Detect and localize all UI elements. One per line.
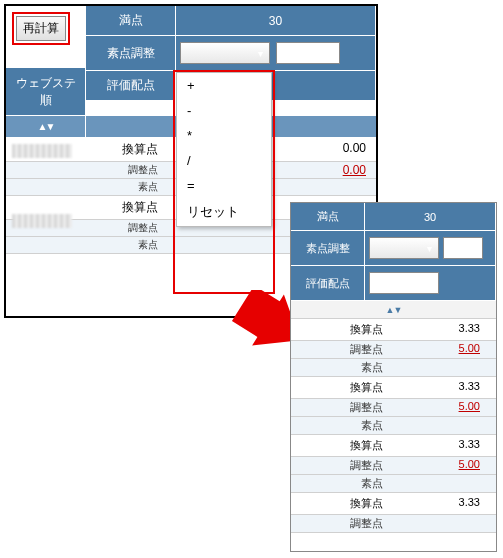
adjust-operator-select[interactable]: ▾	[180, 42, 270, 64]
redacted-name	[12, 144, 72, 158]
chosei-label: 調整点	[291, 515, 391, 532]
kansan-label: 換算点	[291, 493, 391, 514]
kansan-label: 換算点	[291, 319, 391, 340]
kansan-value: 3.33	[391, 493, 496, 514]
dropdown-option-times[interactable]: *	[177, 123, 271, 148]
front-header-adjust: 素点調整 ▾	[291, 231, 496, 266]
redacted-name	[12, 214, 72, 228]
chevron-down-icon: ▾	[258, 48, 263, 59]
front-header-dist: 評価配点 20.00	[291, 266, 496, 301]
front-panel: 満点 30 素点調整 ▾ 評価配点 20.00 ▲▼ 換算点3.33 調整点5.…	[290, 202, 497, 552]
kansan-value: 3.33	[391, 435, 496, 456]
kansan-label: 換算点	[291, 435, 391, 456]
dist-value-input[interactable]: 20.00	[369, 272, 439, 294]
chevron-down-icon: ▾	[427, 243, 432, 254]
soten-label: 素点	[291, 359, 391, 376]
adjust-label: 素点調整	[86, 36, 176, 71]
adjust-operator-select[interactable]: ▾	[369, 237, 439, 259]
chosei-label: 調整点	[291, 341, 391, 358]
dropdown-option-reset[interactable]: リセット	[177, 198, 271, 226]
dropdown-option-plus[interactable]: +	[177, 73, 271, 98]
soten-label: 素点	[291, 417, 391, 434]
kansan-label: 換算点	[291, 377, 391, 398]
kansan-value: 3.33	[391, 377, 496, 398]
header-row-adjust: 素点調整 ▾ 5	[86, 36, 376, 71]
dropdown-option-equals[interactable]: =	[177, 173, 271, 198]
chosei-value[interactable]: 5.00	[391, 341, 496, 358]
sort-icon: ▲▼	[386, 305, 402, 315]
soten-label: 素点	[6, 179, 166, 195]
front-header-max: 満点 30	[291, 203, 496, 231]
dropdown-option-divide[interactable]: /	[177, 148, 271, 173]
max-label: 満点	[86, 6, 176, 36]
chosei-value[interactable]: 5.00	[391, 457, 496, 474]
adjust-label: 素点調整	[291, 231, 365, 266]
max-value: 30	[176, 6, 376, 36]
recalc-button[interactable]: 再計算	[16, 16, 66, 41]
header-row-max: 満点 30	[86, 6, 376, 36]
adjust-value-input[interactable]	[443, 237, 483, 259]
max-label: 満点	[291, 203, 365, 231]
order-sort[interactable]: ▲▼	[6, 116, 86, 138]
adjust-value-input[interactable]: 5	[276, 42, 340, 64]
chosei-label: 調整点	[291, 399, 391, 416]
dist-label: 評価配点	[291, 266, 365, 301]
sort-icon: ▲▼	[38, 121, 54, 132]
recalc-highlight: 再計算	[12, 12, 70, 45]
dist-label: 評価配点	[86, 71, 176, 101]
kansan-value: 3.33	[391, 319, 496, 340]
max-value: 30	[365, 203, 496, 231]
order-label: ウェブステ順	[6, 68, 86, 116]
front-data-rows: 換算点3.33 調整点5.00 素点 換算点3.33 調整点5.00 素点 換算…	[291, 319, 496, 533]
front-sort-bar[interactable]: ▲▼	[291, 301, 496, 319]
operator-dropdown: + - * / = リセット	[176, 72, 272, 227]
chosei-label: 調整点	[6, 162, 166, 178]
dropdown-option-minus[interactable]: -	[177, 98, 271, 123]
soten-label: 素点	[6, 237, 166, 253]
chosei-value[interactable]: 5.00	[391, 399, 496, 416]
chosei-label: 調整点	[291, 457, 391, 474]
soten-label: 素点	[291, 475, 391, 492]
